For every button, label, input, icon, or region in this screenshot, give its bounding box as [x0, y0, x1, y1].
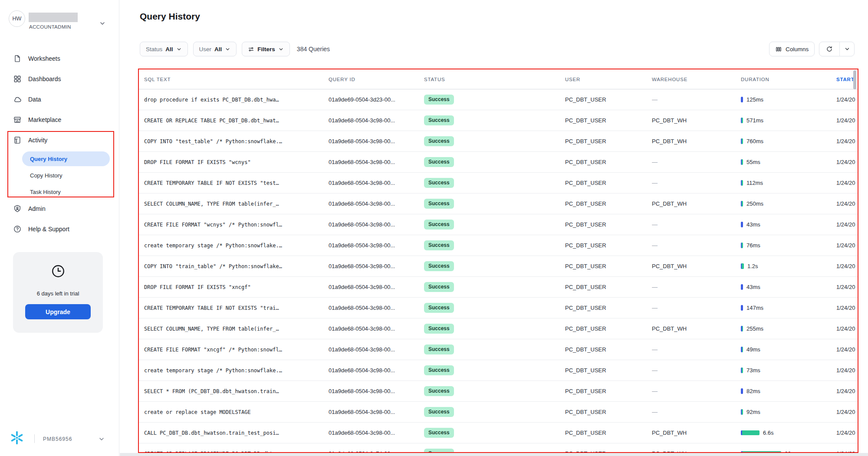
- table-row[interactable]: CREATE TEMPORARY TABLE IF NOT EXISTS "tr…: [139, 298, 858, 318]
- cell-start-time: 1/24/20: [836, 263, 858, 269]
- sidebar-item-marketplace[interactable]: Marketplace: [0, 109, 119, 130]
- table-row[interactable]: create or replace stage MODELSTAGE 01a9d…: [139, 402, 858, 423]
- cell-query-id: 01a9de68-0504-3c98-00...: [329, 284, 424, 290]
- table-row[interactable]: COPY INTO "test_table" /* Python:snowfla…: [139, 131, 858, 152]
- sidebar-item-worksheets[interactable]: Worksheets: [0, 48, 119, 69]
- snowflake-logo-icon[interactable]: [9, 430, 25, 446]
- filters-button[interactable]: Filters: [242, 42, 290, 56]
- table-row[interactable]: CREATE OR REPLACE PROCEDURE PC_DBT_DB.db…: [139, 443, 858, 453]
- table-row[interactable]: CREATE OR REPLACE TABLE PC_DBT_DB.dbt_hw…: [139, 110, 858, 131]
- refresh-split-button: [819, 42, 855, 56]
- cell-warehouse: —: [652, 409, 741, 415]
- cell-user: PC_DBT_USER: [565, 346, 652, 353]
- cell-warehouse: —: [652, 96, 741, 103]
- status-badge: Success: [424, 303, 454, 313]
- cell-query-id: 01a9de68-0504-3c98-00...: [329, 430, 424, 436]
- status-badge: Success: [424, 428, 454, 438]
- sidebar-subitem-label: Query History: [30, 156, 67, 162]
- column-header-warehouse[interactable]: WAREHOUSE: [652, 77, 741, 82]
- cell-duration: 43ms: [741, 284, 836, 290]
- avatar[interactable]: HW: [9, 10, 25, 27]
- cell-query-id: 01a9de68-0504-3c98-00...: [329, 117, 424, 124]
- table-row[interactable]: drop procedure if exists PC_DBT_DB.dbt_h…: [139, 89, 858, 110]
- cell-user: PC_DBT_USER: [565, 221, 652, 228]
- table-row[interactable]: CREATE TEMPORARY TABLE IF NOT EXISTS "te…: [139, 173, 858, 194]
- cell-start-time: 1/24/20: [836, 388, 858, 394]
- cell-user: PC_DBT_USER: [565, 305, 652, 311]
- user-filter[interactable]: User All: [193, 42, 237, 56]
- cell-duration: 55ms: [741, 159, 836, 165]
- cell-sql-text: SELECT COLUMN_NAME, TYPE FROM table(infe…: [139, 201, 329, 207]
- cell-status: Success: [424, 95, 565, 105]
- sidebar-item-task-history[interactable]: Task History: [22, 184, 110, 199]
- chevron-down-icon[interactable]: [98, 436, 105, 443]
- sidebar-item-admin[interactable]: Admin: [0, 198, 119, 219]
- duration-bar: [741, 430, 760, 435]
- cell-duration: 1.2s: [741, 263, 836, 269]
- cell-status: Success: [424, 178, 565, 188]
- table-row[interactable]: create temporary stage /* Python:snowfla…: [139, 360, 858, 381]
- sidebar-item-data[interactable]: Data: [0, 89, 119, 109]
- cell-status: Success: [424, 407, 565, 417]
- cell-user: PC_DBT_USER: [565, 388, 652, 394]
- cell-query-id: 01a9de68-0504-3c98-00...: [329, 221, 424, 228]
- column-header-duration[interactable]: DURATION: [741, 77, 836, 82]
- column-header-query-id[interactable]: QUERY ID: [329, 77, 424, 82]
- vertical-scrollbar-thumb[interactable]: [853, 70, 856, 89]
- cell-status: Success: [424, 365, 565, 375]
- cell-start-time: 1/24/20: [836, 430, 858, 436]
- cell-user: PC_DBT_USER: [565, 117, 652, 124]
- table-row[interactable]: CALL PC_DBT_DB.dbt_hwatson.train_test_po…: [139, 423, 858, 443]
- store-icon: [13, 115, 22, 124]
- cell-warehouse: —: [652, 242, 741, 249]
- cell-status: Success: [424, 386, 565, 396]
- cell-user: PC_DBT_USER: [565, 367, 652, 374]
- table-row[interactable]: SELECT * FROM (PC_DBT_DB.dbt_hwatson.tra…: [139, 381, 858, 402]
- table-row[interactable]: create temporary stage /* Python:snowfla…: [139, 235, 858, 256]
- horizontal-scrollbar-track[interactable]: [120, 453, 868, 456]
- table-row[interactable]: SELECT COLUMN_NAME, TYPE FROM table(infe…: [139, 318, 858, 339]
- cell-status: Success: [424, 136, 565, 146]
- chevron-down-icon[interactable]: [99, 20, 106, 27]
- table-row[interactable]: CREATE FILE FORMAT "wcnys" /* Python:sno…: [139, 214, 858, 235]
- table-row[interactable]: DROP FILE FORMAT IF EXISTS "xncgf" 01a9d…: [139, 277, 858, 298]
- sidebar-item-help-support[interactable]: Help & Support: [0, 219, 119, 239]
- columns-button[interactable]: Columns: [769, 42, 815, 56]
- column-header-sql-text[interactable]: SQL TEXT: [139, 77, 329, 82]
- cell-query-id: 01a9de68-0504-3c98-00...: [329, 325, 424, 332]
- status-badge: Success: [424, 344, 454, 354]
- column-header-status[interactable]: STATUS: [424, 77, 565, 82]
- cell-user: PC_DBT_USER: [565, 242, 652, 249]
- cloud-icon: [13, 95, 22, 104]
- cell-warehouse: PC_DBT_WH: [652, 263, 741, 269]
- cell-duration: 571ms: [741, 117, 836, 124]
- sidebar-item-dashboards[interactable]: Dashboards: [0, 69, 119, 89]
- table-row[interactable]: COPY INTO "train_table" /* Python:snowfl…: [139, 256, 858, 277]
- cell-sql-text: create temporary stage /* Python:snowfla…: [139, 243, 329, 249]
- query-history-table: SQL TEXT QUERY ID STATUS USER WAREHOUSE …: [138, 69, 858, 453]
- cell-user: PC_DBT_USER: [565, 409, 652, 415]
- status-filter[interactable]: Status All: [140, 42, 188, 56]
- duration-bar: [741, 97, 743, 102]
- sidebar-item-activity[interactable]: Activity: [0, 130, 119, 150]
- shield-icon: [13, 204, 22, 213]
- cell-sql-text: DROP FILE FORMAT IF EXISTS "wcnys": [139, 159, 329, 165]
- cell-user: PC_DBT_USER: [565, 96, 652, 103]
- table-row[interactable]: CREATE FILE FORMAT "xncgf" /* Python:sno…: [139, 339, 858, 360]
- sidebar-item-query-history[interactable]: Query History: [22, 151, 110, 166]
- table-row[interactable]: DROP FILE FORMAT IF EXISTS "wcnys" 01a9d…: [139, 152, 858, 173]
- sidebar-item-copy-history[interactable]: Copy History: [22, 168, 110, 183]
- refresh-options-button[interactable]: [839, 42, 854, 56]
- table-row[interactable]: SELECT COLUMN_NAME, TYPE FROM table(infe…: [139, 194, 858, 214]
- status-badge: Success: [424, 240, 454, 250]
- columns-button-label: Columns: [786, 46, 809, 52]
- status-badge: Success: [424, 407, 454, 417]
- cell-warehouse: —: [652, 180, 741, 186]
- column-header-user[interactable]: USER: [565, 77, 652, 82]
- status-badge: Success: [424, 282, 454, 292]
- cell-duration: 112ms: [741, 180, 836, 186]
- refresh-button[interactable]: [819, 42, 839, 56]
- cell-query-id: 01a9de68-0504-3c98-00...: [329, 346, 424, 353]
- cell-status: Success: [424, 115, 565, 125]
- upgrade-button[interactable]: Upgrade: [25, 304, 91, 319]
